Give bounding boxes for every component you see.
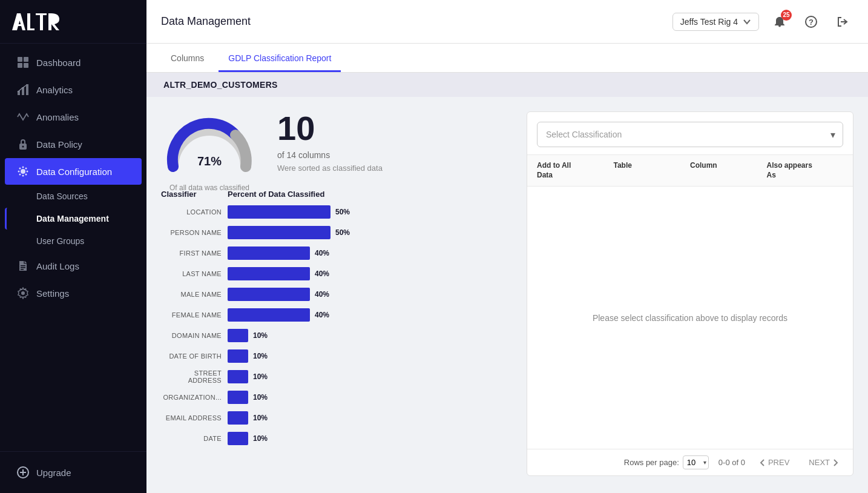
bar-row: EMAIL ADDRESS10% [161, 409, 512, 426]
th-add-to-all: Add to AllData [537, 161, 614, 180]
bar-row: LOCATION50% [161, 203, 512, 220]
bar-fill [228, 226, 330, 239]
bar-label: DATE [161, 435, 228, 442]
bar-pct: 40% [315, 311, 329, 319]
bar-chart-icon [17, 84, 29, 96]
bar-pct: 50% [335, 228, 350, 237]
grid-icon [17, 56, 29, 68]
file-icon [17, 260, 29, 272]
bar-row: ORGANIZATION...10% [161, 389, 512, 406]
bar-track: 40% [228, 308, 512, 322]
svg-rect-8 [18, 57, 22, 62]
bar-track: 10% [228, 391, 512, 404]
page-title: Data Management [161, 15, 251, 28]
bar-track: 50% [228, 205, 512, 219]
bar-chart: LOCATION50%PERSON NAME50%FIRST NAME40%LA… [161, 203, 512, 447]
rows-select-wrapper: 10 25 50 [683, 455, 709, 469]
content-area: 71% Of all data was classified 10 of 14 … [146, 97, 868, 491]
svg-point-22 [19, 168, 21, 170]
signout-icon [836, 15, 849, 28]
bar-pct: 10% [253, 414, 268, 422]
bar-row: FEMALE NAME40% [161, 306, 512, 323]
sidebar-item-audit-logs[interactable]: Audit Logs [5, 253, 142, 279]
page-header: Data Management Jeffs Test Rig 4 25 ? [146, 0, 868, 44]
sidebar-subitem-user-groups[interactable]: User Groups [5, 230, 142, 252]
bar-row: DATE10% [161, 430, 512, 447]
tab-gdlp[interactable]: GDLP Classification Report [219, 46, 341, 72]
bar-fill [228, 411, 248, 425]
tabs-bar: Columns GDLP Classification Report [146, 44, 868, 73]
sidebar-item-anomalies[interactable]: Anomalies [5, 104, 142, 130]
bar-label: DOMAIN NAME [161, 332, 228, 339]
gauge-area: 71% Of all data was classified 10 of 14 … [161, 111, 512, 173]
svg-point-18 [22, 167, 24, 168]
notification-count: 25 [781, 10, 792, 21]
environment-label: Jeffs Test Rig 4 [680, 17, 738, 27]
logout-button[interactable] [832, 11, 853, 33]
sidebar-item-analytics[interactable]: Analytics [5, 76, 142, 103]
next-button[interactable]: NEXT [804, 455, 843, 469]
nav-list: Dashboard Analytics Anomalies [0, 44, 146, 451]
sidebar-subitem-data-sources[interactable]: Data Sources [5, 185, 142, 207]
gauge-count-sub: Were sorted as classified data [277, 164, 383, 173]
bar-row: MALE NAME40% [161, 286, 512, 303]
prev-button[interactable]: PREV [755, 455, 794, 469]
bar-fill [228, 308, 310, 322]
svg-point-24 [19, 174, 21, 176]
svg-rect-11 [24, 63, 28, 68]
chart-section: 71% Of all data was classified 10 of 14 … [161, 111, 527, 476]
bar-pct: 10% [253, 393, 268, 402]
svg-marker-0 [12, 13, 25, 30]
bar-fill [228, 288, 310, 301]
bar-row: FIRST NAME40% [161, 245, 512, 262]
svg-text:71%: 71% [197, 154, 222, 168]
help-button[interactable]: ? [800, 11, 822, 33]
bar-label: LOCATION [161, 208, 228, 216]
classification-panel: Select Classification ▾ Add to AllData T… [527, 111, 853, 476]
sidebar-item-dashboard[interactable]: Dashboard [5, 49, 142, 76]
sidebar-subitem-data-management[interactable]: Data Management [5, 208, 142, 230]
sidebar-item-settings[interactable]: Settings [5, 280, 142, 306]
bar-fill [228, 329, 248, 342]
bar-track: 10% [228, 329, 512, 342]
rows-per-page: Rows per page: 10 25 50 [624, 455, 709, 469]
header-actions: Jeffs Test Rig 4 25 ? [672, 11, 853, 33]
upgrade-section: Upgrade [0, 451, 146, 493]
bar-pct: 10% [253, 434, 268, 443]
th-table: Table [614, 161, 691, 180]
panel-table-header: Add to AllData Table Column Also appears… [527, 155, 853, 187]
gear-icon [17, 287, 29, 299]
bar-label: LAST NAME [161, 270, 228, 277]
svg-rect-28 [21, 269, 24, 270]
altr-logo [12, 11, 79, 33]
classification-select[interactable]: Select Classification [538, 122, 843, 147]
svg-point-19 [22, 175, 24, 177]
logo-area [0, 0, 146, 44]
bar-fill [228, 391, 248, 404]
upgrade-button[interactable]: Upgrade [5, 459, 142, 486]
gauge-count: 10 [277, 111, 383, 145]
star-icon [17, 165, 29, 177]
notification-button[interactable]: 25 [769, 11, 791, 33]
bar-fill [228, 370, 248, 383]
environment-selector[interactable]: Jeffs Test Rig 4 [672, 13, 759, 31]
svg-rect-10 [18, 63, 22, 68]
svg-point-20 [18, 171, 20, 173]
bar-row: PERSON NAME50% [161, 224, 512, 241]
bar-track: 40% [228, 288, 512, 301]
bar-track: 10% [228, 411, 512, 425]
sidebar-item-data-policy-label: Data Policy [36, 139, 82, 150]
svg-rect-2 [27, 13, 30, 30]
bar-fill [228, 349, 248, 363]
bar-label: FIRST NAME [161, 250, 228, 257]
bar-pct: 50% [335, 208, 350, 216]
sidebar-item-data-policy[interactable]: Data Policy [5, 131, 142, 157]
svg-point-29 [21, 291, 25, 295]
tab-columns[interactable]: Columns [161, 46, 214, 72]
bar-label: DATE OF BIRTH [161, 352, 228, 360]
rows-select[interactable]: 10 25 50 [683, 455, 709, 469]
svg-rect-32 [20, 472, 26, 473]
bar-label: FEMALE NAME [161, 311, 228, 319]
svg-rect-5 [40, 13, 43, 30]
sidebar-item-data-configuration[interactable]: Data Configuration [5, 158, 142, 185]
